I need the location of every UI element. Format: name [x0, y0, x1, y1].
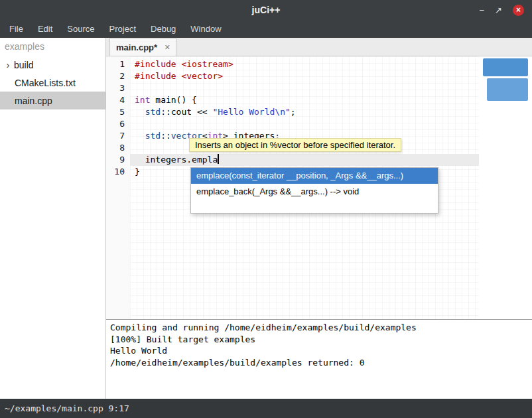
- tab-close-icon[interactable]: ×: [165, 42, 170, 52]
- line-number: 2: [106, 70, 125, 82]
- tree-item-label: CMakeLists.txt: [15, 78, 76, 88]
- code-segment: "Hello World\n": [212, 107, 290, 117]
- maximize-icon[interactable]: ↗: [495, 5, 502, 16]
- output-line: Hello World: [110, 345, 528, 357]
- completion-popup: emplace(const_iterator __position, _Args…: [190, 167, 438, 214]
- code-segment: ::cout <<: [161, 107, 212, 117]
- output-line: [100%] Built target examples: [110, 334, 528, 346]
- code-line[interactable]: #include <vector>: [130, 70, 479, 82]
- tree-item-label: main.cpp: [15, 96, 52, 106]
- code-segment: }: [135, 167, 140, 176]
- line-number: 8: [106, 142, 125, 154]
- menu-bar: File Edit Source Project Debug Window: [0, 20, 532, 38]
- text-caret: [218, 154, 219, 164]
- line-number: 1: [106, 58, 125, 70]
- window-title: juCi++: [0, 5, 532, 15]
- menu-item-source[interactable]: Source: [60, 20, 101, 38]
- menu-item-debug[interactable]: Debug: [143, 20, 183, 38]
- menu-item-window[interactable]: Window: [183, 20, 228, 38]
- minimize-icon[interactable]: −: [480, 5, 485, 16]
- doc-tooltip: Inserts an object in %vector before spec…: [189, 138, 401, 152]
- menu-item-project[interactable]: Project: [102, 20, 143, 38]
- minimap-thumb-icon[interactable]: [487, 78, 528, 101]
- completion-item[interactable]: emplace_back(_Args &&__args...) --> void: [191, 184, 438, 200]
- file-tree: examples › build CMakeLists.txt main.cpp: [0, 38, 106, 399]
- title-bar: juCi++ − ↗ ×: [0, 0, 532, 20]
- tab-label: main.cpp*: [116, 42, 157, 52]
- line-number: 6: [106, 118, 125, 130]
- status-bar: ~/examples/main.cpp 9:17: [0, 399, 532, 418]
- completion-item[interactable]: emplace(const_iterator __position, _Args…: [191, 168, 438, 184]
- project-folder-label: examples: [0, 38, 105, 56]
- line-number: 3: [106, 82, 125, 94]
- code-line[interactable]: int main() {: [130, 94, 479, 106]
- editor-column: main.cpp* × 12345678910 #include <iostre…: [106, 38, 532, 399]
- line-numbers: 12345678910: [106, 56, 130, 319]
- output-panel[interactable]: Compiling and running /home/eidheim/exam…: [106, 319, 532, 399]
- code-segment: std: [145, 131, 161, 141]
- code-segment: int: [135, 95, 150, 105]
- tree-item-main-cpp[interactable]: main.cpp: [0, 92, 105, 109]
- tab-bar: main.cpp* ×: [106, 38, 532, 56]
- code-segment: main() {: [150, 95, 196, 105]
- code-line[interactable]: [130, 118, 479, 130]
- menu-item-edit[interactable]: Edit: [31, 20, 60, 38]
- line-number: 10: [106, 166, 125, 178]
- line-number: 9: [106, 154, 125, 166]
- minimap-thumb-icon[interactable]: [483, 58, 528, 76]
- code-segment: #include <iostream>: [135, 59, 233, 69]
- tree-item-build[interactable]: › build: [0, 56, 105, 74]
- code-segment: [135, 107, 145, 117]
- code-editor[interactable]: 12345678910 #include <iostream>#include …: [106, 56, 532, 319]
- window-controls: − ↗ ×: [480, 5, 532, 16]
- tree-item-label: build: [14, 60, 34, 70]
- minimap[interactable]: [479, 56, 532, 319]
- code-segment: std: [145, 107, 161, 117]
- app-window: juCi++ − ↗ × File Edit Source Project De…: [0, 0, 532, 418]
- code-segment: ;: [291, 107, 296, 117]
- line-number: 4: [106, 94, 125, 106]
- code-line[interactable]: std::cout << "Hello World\n";: [130, 106, 479, 118]
- code-segment: [135, 131, 145, 141]
- output-line: Compiling and running /home/eidheim/exam…: [110, 322, 528, 334]
- tab-main-cpp[interactable]: main.cpp* ×: [109, 38, 176, 56]
- line-number: 7: [106, 130, 125, 142]
- code-segment: #include <vector>: [135, 71, 223, 81]
- expander-icon[interactable]: ›: [2, 59, 14, 70]
- output-line: /home/eidheim/examples/build/examples re…: [110, 357, 528, 369]
- menu-item-file[interactable]: File: [2, 20, 31, 38]
- code-line[interactable]: #include <iostream>: [130, 58, 479, 70]
- status-text: ~/examples/main.cpp 9:17: [5, 403, 129, 413]
- code-line[interactable]: integers.empla: [130, 154, 479, 166]
- tree-item-cmakelists[interactable]: CMakeLists.txt: [0, 74, 105, 92]
- code-segment: integers.empla: [135, 155, 218, 165]
- code-segment: ::: [161, 131, 171, 141]
- line-number: 5: [106, 106, 125, 118]
- code-line[interactable]: [130, 82, 479, 94]
- main-area: examples › build CMakeLists.txt main.cpp…: [0, 38, 532, 399]
- close-icon[interactable]: ×: [513, 5, 524, 16]
